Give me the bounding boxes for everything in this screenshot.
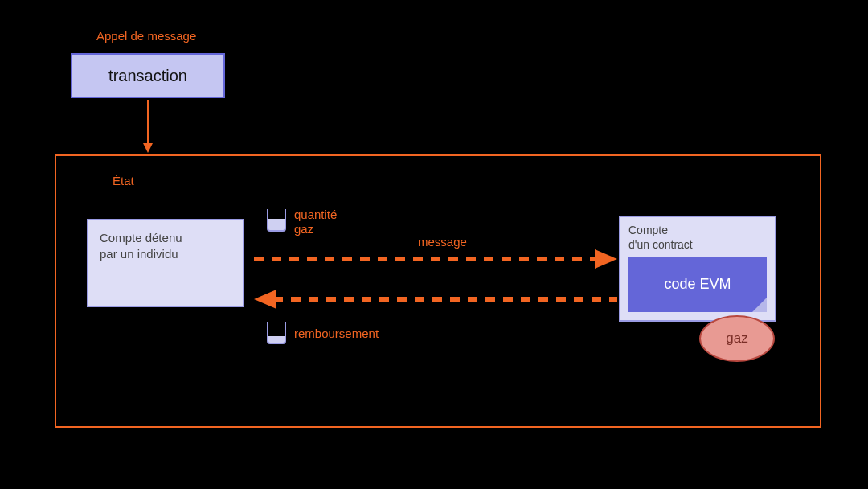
gas-tank-top-label: quantité gaz: [294, 208, 337, 236]
gas-bubble-label: gaz: [726, 331, 747, 347]
gas-tank-icon-bottom: [267, 322, 286, 344]
transaction-label: transaction: [108, 67, 187, 85]
title-state: État: [113, 174, 134, 187]
evm-code-label: code EVM: [664, 276, 731, 293]
arrow-txn-to-state: [141, 100, 154, 153]
gas-bubble: gaz: [699, 315, 775, 362]
title-message-call: Appel de message: [96, 29, 196, 43]
gas-quantity-line1: quantité: [294, 208, 337, 222]
gas-tank-icon-top: [267, 209, 286, 232]
account-individual-text: Compte détenu par un individu: [100, 231, 182, 261]
gas-quantity-line2: gaz: [294, 222, 337, 236]
svg-marker-1: [143, 143, 153, 153]
account-individual-box: Compte détenu par un individu: [87, 219, 244, 307]
transaction-box: transaction: [71, 53, 225, 98]
evm-code-box: code EVM: [628, 257, 767, 312]
account-contract-box: Compte d'un contract code EVM: [619, 216, 776, 322]
refund-label: remboursement: [294, 327, 379, 340]
message-label: message: [418, 235, 467, 249]
account-contract-header: Compte d'un contract: [628, 224, 767, 252]
